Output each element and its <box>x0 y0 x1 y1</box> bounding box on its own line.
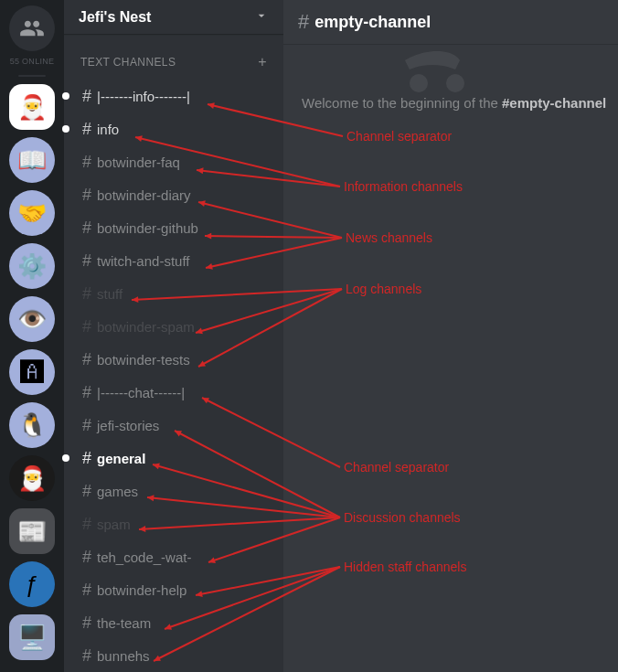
channel-name: info <box>97 122 119 137</box>
guild-icon[interactable]: 🐧 <box>9 402 55 448</box>
channel-name: botwinder-tests <box>97 352 190 368</box>
channel-name: the-team <box>97 615 151 631</box>
guild-icon[interactable]: ⚙️ <box>9 243 55 289</box>
channel-list: #|-------info-------|#info#botwinder-faq… <box>64 76 283 672</box>
channel-category-header: TEXT CHANNELS + <box>64 34 283 76</box>
channel-name: bunnehs <box>97 648 150 664</box>
guild-icon[interactable]: 👁️ <box>9 296 55 342</box>
hash-icon: # <box>82 87 91 106</box>
guild-avatar-icon: 📰 <box>17 519 47 543</box>
channel-item[interactable]: #|-------info-------| <box>64 80 283 112</box>
hash-icon: # <box>82 317 91 336</box>
channel-name: botwinder-faq <box>97 155 180 170</box>
channel-sidebar: Jefi's Nest TEXT CHANNELS + #|-------inf… <box>64 0 283 672</box>
channel-item[interactable]: #bunnehs <box>64 639 283 672</box>
channel-item[interactable]: #botwinder-help <box>64 573 283 606</box>
channel-item[interactable]: #botwinder-diary <box>64 178 283 211</box>
guild-icon[interactable]: ƒ <box>9 561 55 607</box>
channel-item[interactable]: #|------chat------| <box>64 376 283 409</box>
chat-area: # empty-channel Welcome to the beginning… <box>283 0 618 672</box>
guild-icon[interactable]: 🤝 <box>9 190 55 236</box>
channel-name: botwinder-diary <box>97 187 191 203</box>
hash-icon: # <box>82 219 91 238</box>
guild-icon[interactable]: 📖 <box>9 137 55 183</box>
chevron-down-icon <box>254 8 269 27</box>
guild-avatar-icon: 🤝 <box>17 201 47 225</box>
hash-icon: # <box>82 613 91 633</box>
hash-icon: # <box>82 449 91 468</box>
guild-icon[interactable]: 🅰 <box>9 349 55 395</box>
hash-icon: # <box>82 515 91 534</box>
channel-name: games <box>97 484 138 499</box>
guild-avatar-icon: ƒ <box>26 572 38 596</box>
hash-icon: # <box>82 120 91 139</box>
discord-watermark-icon <box>396 51 506 124</box>
hash-icon: # <box>82 153 91 172</box>
channel-name: stuff <box>97 286 123 302</box>
channel-item[interactable]: #botwinder-faq <box>64 145 283 178</box>
guild-avatar-icon: 🎅 <box>17 95 47 119</box>
guild-avatar-icon: 🅰 <box>20 360 44 384</box>
category-label: TEXT CHANNELS <box>80 56 176 69</box>
guild-avatar-icon: 📖 <box>17 148 47 172</box>
server-header[interactable]: Jefi's Nest <box>64 0 283 34</box>
guild-avatar-icon: ⚙️ <box>17 254 47 278</box>
channel-title: empty-channel <box>314 13 431 32</box>
hash-icon: # <box>82 548 91 567</box>
channel-item[interactable]: #games <box>64 475 283 507</box>
hash-icon: # <box>82 383 91 402</box>
channel-name: |------chat------| <box>97 385 185 400</box>
message-area: Welcome to the beginning of the #empty-c… <box>283 44 618 672</box>
channel-item[interactable]: #general <box>64 442 283 475</box>
hash-icon: # <box>82 186 91 205</box>
channel-item[interactable]: #botwinder-tests <box>64 343 283 376</box>
guild-list: 55 ONLINE 🎅📖🤝⚙️👁️🅰🐧🎅📰ƒ🖥️ <box>0 0 64 672</box>
guild-separator <box>18 75 46 77</box>
channel-item[interactable]: #botwinder-spam <box>64 310 283 343</box>
channel-item[interactable]: #twitch-and-stuff <box>64 244 283 277</box>
channel-header: # empty-channel <box>283 0 618 44</box>
welcome-channel-name: #empty-channel <box>502 95 606 111</box>
hash-icon: # <box>82 350 91 369</box>
channel-name: jefi-stories <box>97 418 159 433</box>
channel-item[interactable]: #botwinder-github <box>64 211 283 244</box>
server-name: Jefi's Nest <box>79 9 151 26</box>
online-count: 55 ONLINE <box>10 57 55 66</box>
add-channel-button[interactable]: + <box>258 54 267 70</box>
channel-name: |-------info-------| <box>97 89 190 104</box>
guild-icon[interactable]: 🎅 <box>9 455 55 501</box>
channel-item[interactable]: #info <box>64 112 283 145</box>
guild-avatar-icon: 🐧 <box>17 413 47 437</box>
channel-name: botwinder-github <box>97 220 198 236</box>
hash-icon: # <box>82 251 91 271</box>
guild-avatar-icon: 👁️ <box>17 307 47 331</box>
guild-icon[interactable]: 📰 <box>9 508 55 554</box>
hash-icon: # <box>82 581 91 600</box>
hash-icon: # <box>82 482 91 501</box>
home-button[interactable] <box>9 5 55 51</box>
hash-icon: # <box>298 10 309 34</box>
channel-item[interactable]: #jefi-stories <box>64 409 283 442</box>
channel-name: spam <box>97 517 131 532</box>
channel-name: general <box>97 451 145 466</box>
channel-item[interactable]: #stuff <box>64 277 283 310</box>
guild-avatar-icon: 🖥️ <box>17 625 47 649</box>
channel-item[interactable]: #spam <box>64 507 283 540</box>
hash-icon: # <box>82 284 91 304</box>
channel-name: teh_code_-wat- <box>97 549 191 565</box>
channel-name: botwinder-spam <box>97 319 195 335</box>
hash-icon: # <box>82 646 91 666</box>
guild-icon[interactable]: 🖥️ <box>9 614 55 660</box>
channel-name: botwinder-help <box>97 582 186 598</box>
friends-icon <box>19 16 45 41</box>
channel-name: twitch-and-stuff <box>97 253 189 269</box>
guild-icon[interactable]: 🎅 <box>9 84 55 130</box>
guild-avatar-icon: 🎅 <box>17 466 47 490</box>
channel-item[interactable]: #the-team <box>64 606 283 639</box>
channel-item[interactable]: #teh_code_-wat- <box>64 540 283 573</box>
hash-icon: # <box>82 416 91 435</box>
